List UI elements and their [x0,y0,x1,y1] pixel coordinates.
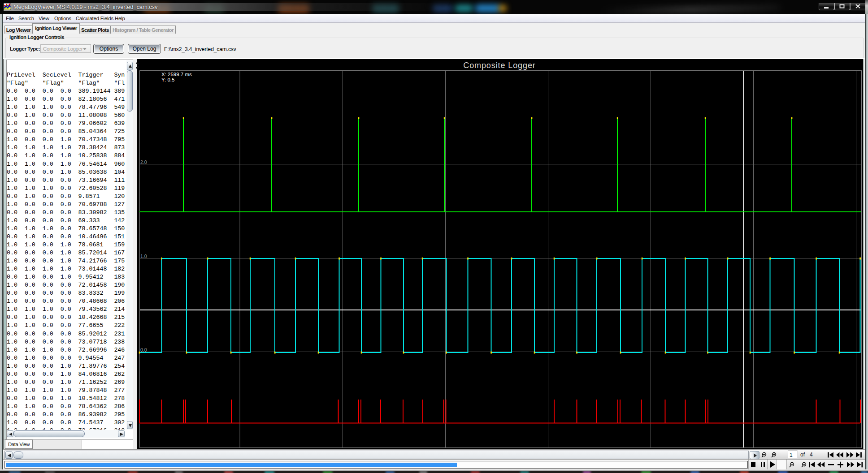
svg-text:0.0: 0.0 [140,347,147,353]
svg-text:2.0: 2.0 [140,159,147,165]
svg-text:X: 2599.7 ms: X: 2599.7 ms [161,72,192,77]
svg-text:Composite Logger: Composite Logger [463,61,536,70]
svg-text:1.0: 1.0 [140,254,147,259]
svg-text:Y: 0.5: Y: 0.5 [161,77,174,82]
